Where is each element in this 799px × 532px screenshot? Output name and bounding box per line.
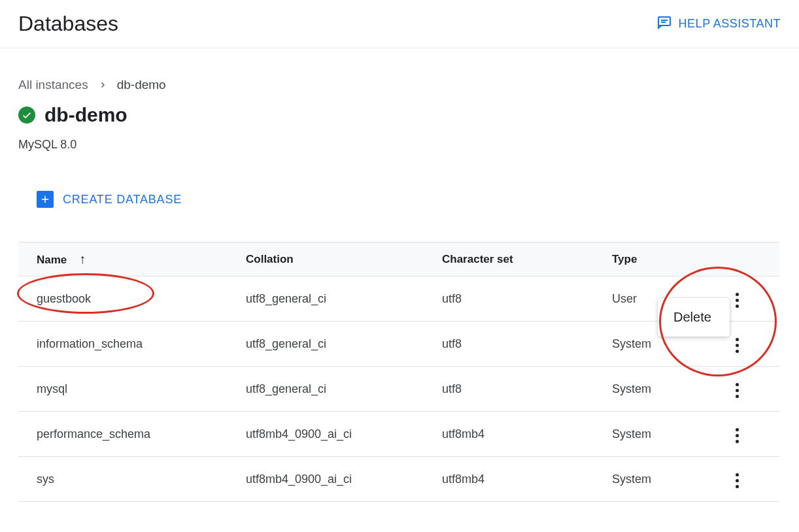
kebab-menu-button[interactable] [732,334,743,357]
help-assistant-label: HELP ASSISTANT [679,17,781,31]
databases-table-wrap: Name ↑ Collation Character set Type gues… [18,242,781,502]
svg-rect-0 [658,17,670,25]
page-title: Databases [18,12,118,36]
cell-charset: utf8 [424,276,594,322]
instance-header: db-demo [18,104,781,126]
cell-name: information_schema [18,322,228,367]
plus-icon [37,191,54,208]
column-header-name[interactable]: Name ↑ [18,242,228,276]
kebab-menu-button[interactable] [732,289,743,312]
cell-actions [688,412,779,457]
column-header-type[interactable]: Type [594,242,688,276]
table-row: performance_schemautf8mb4_0900_ai_ciutf8… [18,412,779,457]
kebab-menu-button[interactable] [732,379,743,402]
breadcrumb-current: db-demo [117,78,166,92]
cell-name: mysql [18,367,228,412]
table-row: mysqlutf8_general_ciutf8System [18,367,779,412]
table-row: sysutf8mb4_0900_ai_ciutf8mb4System [18,457,779,502]
create-database-button[interactable]: CREATE DATABASE [37,191,182,208]
cell-charset: utf8mb4 [424,412,594,457]
cell-type: System [594,457,688,502]
cell-actions [688,367,779,412]
databases-table: Name ↑ Collation Character set Type gues… [18,242,779,502]
database-version: MySQL 8.0 [18,138,781,152]
cell-charset: utf8mb4 [424,457,594,502]
breadcrumb-root-link[interactable]: All instances [18,78,88,92]
row-actions-menu: Delete [658,298,730,337]
top-bar: Databases HELP ASSISTANT [0,0,799,48]
chevron-right-icon [99,77,107,92]
cell-charset: utf8 [424,322,594,367]
cell-collation: utf8mb4_0900_ai_ci [228,412,424,457]
help-assistant-button[interactable]: HELP ASSISTANT [656,14,781,33]
cell-actions [688,457,779,502]
cell-collation: utf8_general_ci [228,367,424,412]
main-content: All instances db-demo db-demo MySQL 8.0 … [0,48,799,502]
cell-collation: utf8mb4_0900_ai_ci [228,457,424,502]
breadcrumb: All instances db-demo [18,77,781,92]
instance-name: db-demo [44,104,128,126]
status-ok-icon [18,107,35,124]
cell-name: sys [18,457,228,502]
cell-collation: utf8_general_ci [228,322,424,367]
column-header-collation[interactable]: Collation [228,242,424,276]
cell-name: performance_schema [18,412,228,457]
table-header-row: Name ↑ Collation Character set Type [18,242,779,276]
create-database-label: CREATE DATABASE [63,193,182,207]
column-header-charset[interactable]: Character set [424,242,594,276]
cell-type: System [594,367,688,412]
column-header-actions [688,242,779,276]
kebab-menu-button[interactable] [732,469,743,492]
chat-icon [656,14,672,33]
kebab-menu-button[interactable] [732,424,743,447]
arrow-up-icon: ↑ [79,252,86,266]
cell-collation: utf8_general_ci [228,276,424,322]
menu-item-delete[interactable]: Delete [658,303,730,331]
cell-name: guestbook [18,276,228,322]
cell-type: System [594,412,688,457]
cell-charset: utf8 [424,367,594,412]
